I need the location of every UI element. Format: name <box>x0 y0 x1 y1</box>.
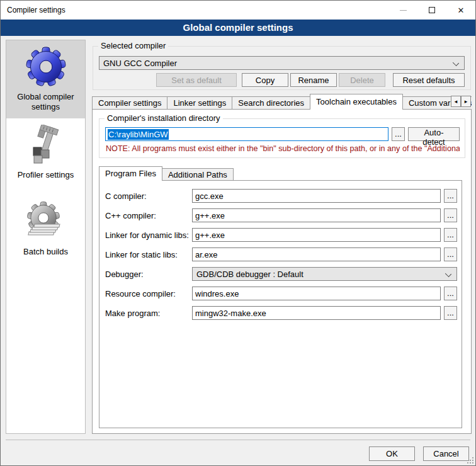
make-program-input[interactable] <box>192 306 441 320</box>
blue-gear-icon <box>26 47 66 87</box>
dynamic-linker-browse-button[interactable]: ... <box>444 228 457 242</box>
sidebar-item-profiler-settings[interactable]: Profiler settings <box>6 118 85 186</box>
compiler-select[interactable]: GNU GCC Compiler <box>99 56 465 70</box>
titlebar[interactable]: Compiler settings ✕ <box>1 1 475 20</box>
subtab-additional-paths[interactable]: Additional Paths <box>162 168 234 181</box>
maximize-button[interactable] <box>417 1 446 20</box>
dynamic-linker-label: Linker for dynamic libs: <box>105 230 192 240</box>
auto-detect-button[interactable]: Auto-detect <box>408 127 460 141</box>
selected-compiler-group-label: Selected compiler <box>98 41 168 51</box>
static-linker-row: Linker for static libs: ... <box>105 247 457 261</box>
sidebar-item-label: Global compiler settings <box>8 92 84 112</box>
cancel-button[interactable]: Cancel <box>423 446 469 461</box>
subtab-program-files[interactable]: Program Files <box>99 166 162 181</box>
tab-scroll-buttons: ◂ ▸ <box>451 96 471 107</box>
cpp-compiler-browse-button[interactable]: ... <box>444 208 457 222</box>
tab-scroll-left-button[interactable]: ◂ <box>451 96 461 107</box>
sidebar-item-label: Batch builds <box>23 247 68 257</box>
resource-compiler-input[interactable] <box>192 287 441 300</box>
install-dir-input[interactable]: C:\raylib\MinGW <box>105 127 388 141</box>
tab-linker-settings[interactable]: Linker settings <box>167 96 232 110</box>
dynamic-linker-input[interactable] <box>192 228 441 242</box>
bin-subdirectory-note: NOTE: All programs must exist either in … <box>106 144 460 153</box>
caption-buttons: ✕ <box>388 1 475 20</box>
tab-scroll-right-button[interactable]: ▸ <box>461 96 471 107</box>
make-program-browse-button[interactable]: ... <box>444 306 457 320</box>
make-program-label: Make program: <box>105 309 192 318</box>
compiler-tabs: Compiler settings Linker settings Search… <box>92 94 472 110</box>
cpp-compiler-row: C++ compiler: ... <box>105 208 457 222</box>
footer-divider <box>6 440 470 440</box>
reset-defaults-button[interactable]: Reset defaults <box>393 73 465 87</box>
installation-directory-row: C:\raylib\MinGW ... Auto-detect <box>105 127 460 141</box>
maximize-icon <box>429 7 435 13</box>
resize-grip[interactable] <box>467 457 473 463</box>
c-compiler-input[interactable] <box>192 189 441 203</box>
tab-toolchain-executables[interactable]: Toolchain executables <box>310 94 403 110</box>
debugger-label: Debugger: <box>105 270 192 279</box>
install-dir-selected-text: C:\raylib\MinGW <box>108 129 169 140</box>
debugger-select-value: GDB/CDB debugger : Default <box>196 270 303 279</box>
gear-stack-icon <box>26 202 66 242</box>
c-compiler-row: C compiler: ... <box>105 189 457 203</box>
page-title: Global compiler settings <box>1 20 475 36</box>
resource-compiler-row: Resource compiler: ... <box>105 287 457 300</box>
debugger-select[interactable]: GDB/CDB debugger : Default <box>192 267 457 281</box>
cpp-compiler-input[interactable] <box>192 208 441 222</box>
toolchain-executables-panel: Compiler's installation directory C:\ray… <box>92 109 472 434</box>
cpp-compiler-label: C++ compiler: <box>105 211 192 220</box>
debugger-row: Debugger: GDB/CDB debugger : Default <box>105 267 457 281</box>
program-files-panel: C compiler: ... C++ compiler: ... Linker… <box>99 180 462 428</box>
installation-directory-group: Compiler's installation directory C:\ray… <box>99 118 465 158</box>
c-compiler-browse-button[interactable]: ... <box>444 189 457 203</box>
sidebar-item-global-compiler-settings[interactable]: Global compiler settings <box>6 40 85 118</box>
chevron-down-icon <box>445 271 451 277</box>
window-title: Compiler settings <box>1 6 388 14</box>
tab-compiler-settings[interactable]: Compiler settings <box>92 96 167 110</box>
resource-compiler-label: Resource compiler: <box>105 289 192 298</box>
compiler-settings-dialog: Compiler settings ✕ Global compiler sett… <box>0 0 476 466</box>
minimize-icon <box>400 10 407 11</box>
main-content: Selected compiler GNU GCC Compiler Set a… <box>92 40 472 434</box>
caliper-icon <box>26 125 66 165</box>
static-linker-input[interactable] <box>192 247 441 261</box>
compiler-select-value: GNU GCC Compiler <box>103 59 177 68</box>
close-button[interactable]: ✕ <box>446 1 475 20</box>
static-linker-browse-button[interactable]: ... <box>444 247 457 261</box>
set-as-default-button[interactable]: Set as default <box>156 73 237 87</box>
rename-button[interactable]: Rename <box>290 73 337 87</box>
tab-search-directories[interactable]: Search directories <box>232 96 310 110</box>
sidebar-item-batch-builds[interactable]: Batch builds <box>6 195 85 263</box>
minimize-button[interactable] <box>388 1 417 20</box>
compiler-buttons-row: Set as default Copy Rename Delete Reset … <box>99 73 465 87</box>
resource-compiler-browse-button[interactable]: ... <box>444 287 457 300</box>
installation-directory-label: Compiler's installation directory <box>105 113 223 123</box>
dynamic-linker-row: Linker for dynamic libs: ... <box>105 228 457 242</box>
ok-button[interactable]: OK <box>369 446 415 461</box>
sidebar-item-label: Profiler settings <box>18 170 74 180</box>
toolchain-subtabs: Program Files Additional Paths <box>99 166 471 181</box>
copy-button[interactable]: Copy <box>242 73 288 87</box>
static-linker-label: Linker for static libs: <box>105 250 192 259</box>
delete-button[interactable]: Delete <box>339 73 385 87</box>
selected-compiler-group: Selected compiler GNU GCC Compiler Set a… <box>93 46 471 90</box>
close-icon: ✕ <box>458 6 465 14</box>
settings-category-sidebar: Global compiler settings Profiler se <box>6 40 86 434</box>
browse-install-dir-button[interactable]: ... <box>392 127 405 141</box>
make-program-row: Make program: ... <box>105 306 457 320</box>
c-compiler-label: C compiler: <box>105 191 192 201</box>
chevron-down-icon <box>453 60 459 66</box>
